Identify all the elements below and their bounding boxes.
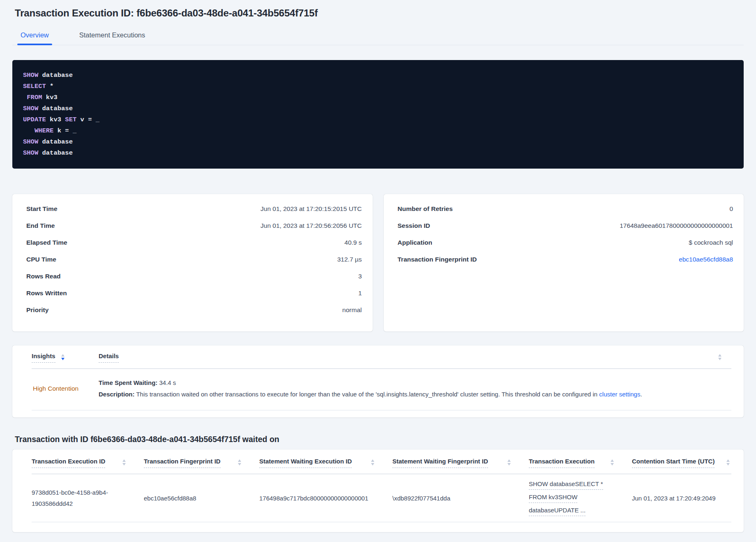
sort-down-icon bbox=[726, 463, 730, 466]
kv-value: 40.9 s bbox=[344, 239, 362, 246]
kv-value: 0 bbox=[729, 205, 733, 213]
sort-up-icon bbox=[611, 459, 614, 462]
kv-label: Elapsed Time bbox=[26, 239, 67, 246]
waited-table-row: 9738d051-bc0e-4158-a9b4- 1903586ddd42 eb… bbox=[32, 474, 731, 522]
kv-value: $ cockroach sql bbox=[689, 239, 733, 246]
kv-value: 1 bbox=[358, 290, 362, 297]
kv-value: 312.7 µs bbox=[337, 256, 362, 263]
execution-times-card: Start Time Jun 01, 2023 at 17:20:15:2015… bbox=[12, 194, 373, 331]
sort-up-icon bbox=[122, 459, 126, 462]
time-spent-waiting-line: Time Spent Waiting: 34.4 s bbox=[99, 377, 642, 389]
tab-overview[interactable]: Overview bbox=[17, 25, 52, 45]
kv-label: Rows Written bbox=[26, 290, 67, 297]
divider bbox=[32, 410, 731, 410]
tab-bar: Overview Statement Executions bbox=[12, 25, 744, 45]
summary-cards-row: Start Time Jun 01, 2023 at 17:20:15:2015… bbox=[12, 194, 744, 331]
kv-row-priority: Priority normal bbox=[26, 306, 362, 323]
column-header-transaction-fingerprint-id[interactable]: Transaction Fingerprint ID bbox=[144, 458, 259, 468]
cell-statement-waiting-fingerprint-id: \xdb8922f077541dda bbox=[392, 493, 529, 504]
kv-row-transaction-fingerprint-id: Transaction Fingerprint ID ebc10ae56cfd8… bbox=[398, 256, 733, 273]
sort-up-icon bbox=[238, 459, 241, 462]
sort-down-icon bbox=[238, 463, 241, 466]
sql-line: SHOW database bbox=[23, 137, 733, 148]
sort-arrows-icon[interactable] bbox=[718, 352, 721, 360]
column-header-transaction-execution[interactable]: Transaction Execution bbox=[529, 458, 632, 468]
column-header-transaction-execution-id[interactable]: Transaction Execution ID bbox=[32, 458, 144, 468]
waited-on-heading: Transaction with ID f6be6366-da03-48de-a… bbox=[15, 435, 744, 444]
cell-contention-start-time: Jun 01, 2023 at 17:20:49:2049 bbox=[632, 493, 731, 504]
kv-label: CPU Time bbox=[26, 256, 56, 263]
sql-line: SHOW database bbox=[23, 70, 733, 81]
sort-down-icon bbox=[371, 463, 374, 466]
kv-row-start-time: Start Time Jun 01, 2023 at 17:20:15:2015… bbox=[26, 205, 362, 222]
kv-label: Rows Read bbox=[26, 273, 61, 280]
sort-up-icon bbox=[507, 459, 511, 462]
insights-column-label: Insights bbox=[32, 352, 55, 363]
kv-row-cpu-time: CPU Time 312.7 µs bbox=[26, 256, 362, 273]
page-title: Transaction Execution ID: f6be6366-da03-… bbox=[15, 7, 744, 19]
sort-up-icon bbox=[371, 459, 374, 462]
kv-row-number-of-retries: Number of Retries 0 bbox=[398, 205, 733, 222]
cell-statement-waiting-execution-id: 176498a9c717bdc80000000000000001 bbox=[259, 493, 392, 504]
sql-line: FROM kv3 bbox=[23, 92, 733, 103]
sql-statements-box: SHOW database SELECT * FROM kv3 SHOW dat… bbox=[12, 60, 744, 169]
kv-row-rows-written: Rows Written 1 bbox=[26, 290, 362, 306]
kv-label: Number of Retries bbox=[398, 205, 453, 213]
session-info-card: Number of Retries 0 Session ID 17648a9ee… bbox=[384, 194, 744, 331]
sort-arrows-icon[interactable] bbox=[726, 458, 730, 466]
sort-up-icon bbox=[718, 354, 721, 357]
column-header-contention-start-time[interactable]: Contention Start Time (UTC) bbox=[632, 458, 731, 468]
kv-value: 3 bbox=[358, 273, 362, 280]
kv-row-elapsed-time: Elapsed Time 40.9 s bbox=[26, 239, 362, 256]
kv-label: Session ID bbox=[398, 222, 430, 229]
sql-line: SHOW database bbox=[23, 148, 733, 159]
cell-transaction-execution-link[interactable]: SHOW databaseSELECT * FROM kv3SHOW datab… bbox=[529, 478, 632, 518]
transaction-details-page: Transaction Execution ID: f6be6366-da03-… bbox=[0, 0, 756, 532]
divider bbox=[32, 522, 731, 522]
insights-column-header[interactable]: Insights bbox=[32, 352, 99, 363]
sort-down-icon bbox=[122, 463, 126, 466]
kv-row-session-id: Session ID 17648a9eea6017800000000000000… bbox=[398, 222, 733, 239]
kv-value: Jun 01, 2023 at 17:20:56:2056 UTC bbox=[260, 222, 362, 229]
insights-table-header: Insights Details bbox=[32, 352, 731, 363]
column-header-statement-waiting-execution-id[interactable]: Statement Waiting Execution ID bbox=[259, 458, 392, 468]
tab-statement-executions[interactable]: Statement Executions bbox=[76, 25, 149, 45]
column-header-statement-waiting-fingerprint-id[interactable]: Statement Waiting Fingerprint ID bbox=[392, 458, 529, 468]
sort-arrows-icon[interactable] bbox=[507, 458, 511, 466]
sort-arrows-icon[interactable] bbox=[122, 458, 126, 466]
kv-label: Priority bbox=[26, 306, 48, 314]
insight-type-label: High Contention bbox=[32, 385, 99, 392]
kv-value: Jun 01, 2023 at 17:20:15:2015 UTC bbox=[260, 205, 362, 213]
kv-label: Application bbox=[398, 239, 432, 246]
sql-line: WHERE k = _ bbox=[23, 125, 733, 137]
insights-card: Insights Details High Contention Time Sp… bbox=[12, 345, 744, 417]
sql-line: SELECT * bbox=[23, 81, 733, 92]
kv-row-end-time: End Time Jun 01, 2023 at 17:20:56:2056 U… bbox=[26, 222, 362, 239]
description-line: Description: This transaction waited on … bbox=[99, 389, 642, 400]
sort-down-icon bbox=[61, 358, 65, 360]
kv-row-application: Application $ cockroach sql bbox=[398, 239, 733, 256]
sql-line: UPDATE kv3 SET v = _ bbox=[23, 114, 733, 125]
waited-on-table-card: Transaction Execution ID Transaction Fin… bbox=[12, 449, 744, 532]
kv-label: Transaction Fingerprint ID bbox=[398, 256, 477, 263]
transaction-fingerprint-id-link[interactable]: ebc10ae56cfd88a8 bbox=[679, 256, 733, 263]
sort-down-icon bbox=[507, 463, 511, 466]
sort-arrows-icon[interactable] bbox=[371, 458, 374, 466]
details-column-label: Details bbox=[99, 352, 119, 363]
kv-value: 17648a9eea6017800000000000000001 bbox=[620, 222, 733, 229]
sort-up-icon bbox=[726, 459, 730, 462]
cluster-settings-link[interactable]: cluster settings bbox=[599, 391, 640, 398]
kv-value: normal bbox=[342, 306, 362, 314]
cell-transaction-fingerprint-id: ebc10ae56cfd88a8 bbox=[144, 493, 259, 504]
sort-arrows-icon[interactable] bbox=[611, 458, 614, 466]
sort-down-icon bbox=[611, 463, 614, 466]
insight-row: High Contention Time Spent Waiting: 34.4… bbox=[32, 369, 731, 410]
kv-label: End Time bbox=[26, 222, 55, 229]
kv-label: Start Time bbox=[26, 205, 58, 213]
sql-line: SHOW database bbox=[23, 103, 733, 114]
cell-transaction-execution-id: 9738d051-bc0e-4158-a9b4- 1903586ddd42 bbox=[32, 487, 144, 509]
sort-arrows-icon[interactable] bbox=[238, 458, 241, 466]
sort-arrows-icon[interactable] bbox=[61, 352, 65, 363]
sort-down-icon bbox=[718, 358, 721, 360]
insight-details: Time Spent Waiting: 34.4 s Description: … bbox=[99, 377, 642, 400]
